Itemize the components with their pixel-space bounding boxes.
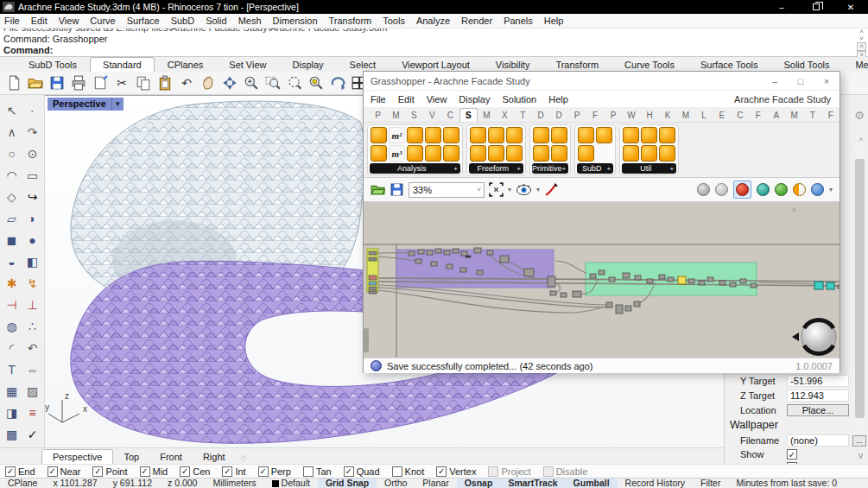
gh-tab-25[interactable]: F xyxy=(821,109,839,122)
gh-tab-14[interactable]: W xyxy=(623,109,641,122)
osnap-vertex-checkbox[interactable]: ✓ xyxy=(436,466,447,477)
osnap-cen[interactable]: ✓Cen xyxy=(180,466,210,477)
viewport-title-label[interactable]: Perspective xyxy=(48,98,111,111)
menu-subd[interactable]: SubD xyxy=(171,16,195,26)
command-prompt[interactable]: Command: xyxy=(0,45,868,56)
analysis-component-icon[interactable] xyxy=(443,127,459,143)
util-component-icon[interactable] xyxy=(623,145,639,162)
osnap-point[interactable]: ✓Point xyxy=(92,466,127,477)
ortho-toggle[interactable]: Ortho xyxy=(377,478,415,488)
tab-solid-tools[interactable]: Solid Tools xyxy=(770,57,842,72)
gh-gem-wireframe-icon[interactable] xyxy=(697,183,710,196)
cplane-cell[interactable]: CPlane xyxy=(0,478,45,488)
restore-button[interactable] xyxy=(799,0,833,14)
gh-tab-transform[interactable]: T xyxy=(514,109,532,122)
osnap-near[interactable]: ✓Near xyxy=(48,466,81,477)
gh-tab-vector[interactable]: V xyxy=(423,109,441,122)
tool-trim-icon[interactable]: ⊣ xyxy=(2,295,22,315)
tool-grid-array-icon[interactable]: ▩ xyxy=(2,424,22,445)
gh-gem-teal-icon[interactable] xyxy=(757,183,770,196)
menu-analyze[interactable]: Analyze xyxy=(416,16,450,26)
gh-nav-ball[interactable] xyxy=(792,320,836,354)
gh-menu-solution[interactable]: Solution xyxy=(502,94,536,105)
tab-viewport-layout[interactable]: Viewport Layout xyxy=(389,57,483,72)
command-area[interactable]: File successfully saved as E:\temp files… xyxy=(0,29,868,57)
menu-panels[interactable]: Panels xyxy=(504,16,533,26)
panel-scroll-up-icon[interactable]: ^ xyxy=(859,136,863,145)
osnap-int[interactable]: ✓Int xyxy=(222,466,245,477)
command-scrollbar[interactable]: ˄ ˅ ˄ ˅ xyxy=(856,29,867,57)
minimize-button[interactable]: – xyxy=(764,0,799,14)
osnap-int-checkbox[interactable]: ✓ xyxy=(222,466,232,477)
layer-cell[interactable]: Default xyxy=(264,478,318,488)
gh-menu-view[interactable]: View xyxy=(427,94,447,105)
gh-open-button[interactable] xyxy=(371,182,385,197)
gh-tab-intersect[interactable]: X xyxy=(496,109,514,122)
tool-point-cloud-icon[interactable]: ∴ xyxy=(22,316,43,337)
tool-text-icon[interactable]: T xyxy=(2,359,22,380)
util-component-icon[interactable] xyxy=(623,127,639,143)
tool-plugin-icon[interactable]: ✱ xyxy=(2,273,22,294)
osnap-near-checkbox[interactable]: ✓ xyxy=(48,466,58,477)
analysis-component-icon[interactable] xyxy=(425,127,441,143)
tool-polyline-icon[interactable]: ∧ xyxy=(2,122,22,143)
pan-button[interactable] xyxy=(199,73,218,92)
open-file-button[interactable] xyxy=(26,73,45,92)
osnap-knot[interactable]: Knot xyxy=(392,466,425,477)
tool-freeform-curve-icon[interactable]: ↪ xyxy=(22,187,43,207)
tool-circle-icon[interactable]: ○ xyxy=(2,143,22,164)
tool-rectangle-icon[interactable]: ▭ xyxy=(22,165,43,186)
grasshopper-minimize-button[interactable]: – xyxy=(762,76,788,86)
osnap-tan[interactable]: Tan xyxy=(303,466,332,477)
gh-tab-display[interactable]: D xyxy=(532,109,550,122)
gh-tab-curve[interactable]: C xyxy=(441,109,459,122)
gh-tab-15[interactable]: H xyxy=(641,109,659,122)
osnap-vertex[interactable]: ✓Vertex xyxy=(436,466,476,477)
osnap-toggle[interactable]: Osnap xyxy=(457,478,501,488)
menu-transform[interactable]: Transform xyxy=(329,16,372,26)
menu-dimension[interactable]: Dimension xyxy=(273,16,318,26)
gh-canvas-graph[interactable] xyxy=(364,202,839,358)
z-target-value[interactable]: 112.943 xyxy=(787,390,849,402)
menu-mesh[interactable]: Mesh xyxy=(238,16,262,26)
osnap-point-checkbox[interactable]: ✓ xyxy=(92,466,103,477)
gh-tab-21[interactable]: F xyxy=(749,109,767,122)
analysis-component-icon[interactable] xyxy=(425,145,441,162)
tab-cplanes[interactable]: CPlanes xyxy=(155,57,217,72)
freeform-component-icon[interactable] xyxy=(488,127,504,143)
gh-gem-shaded-icon[interactable] xyxy=(715,183,728,196)
y-target-value[interactable]: -51.996 xyxy=(787,375,849,387)
gh-menu-help[interactable]: Help xyxy=(548,94,568,105)
gh-tab-mesh[interactable]: M xyxy=(478,109,496,122)
tool-explode-icon[interactable]: ↯ xyxy=(22,273,43,294)
zoom-in-button[interactable] xyxy=(242,73,261,92)
gh-zoom-select[interactable]: 33% ˅ xyxy=(409,182,485,198)
viewport-title-dropdown-icon[interactable]: ▾ xyxy=(111,98,124,111)
freeform-group-label[interactable]: Freeform+ xyxy=(469,163,523,174)
osnap-disable-checkbox[interactable] xyxy=(543,466,554,477)
rotate-camera-button[interactable] xyxy=(328,73,347,92)
tab-visibility[interactable]: Visibility xyxy=(483,57,543,72)
gh-gem-red-icon[interactable] xyxy=(736,183,749,196)
viewport-tab-front[interactable]: Front xyxy=(149,450,193,464)
units-cell[interactable]: Millimeters xyxy=(205,478,263,488)
primitive-component-icon[interactable] xyxy=(551,127,567,143)
osnap-end-checkbox[interactable]: ✓ xyxy=(5,466,16,477)
tool-scale-icon[interactable]: ⇔ xyxy=(22,359,43,380)
canvas-widget-chevron-icon[interactable]: ˅ xyxy=(792,206,796,214)
tool-box-icon[interactable]: ◼ xyxy=(2,230,22,250)
copy-button[interactable] xyxy=(134,73,153,92)
gh-menu-edit[interactable]: Edit xyxy=(398,94,415,105)
osnap-mid[interactable]: ✓Mid xyxy=(140,466,168,477)
expand-icon[interactable]: + xyxy=(607,165,614,173)
osnap-end[interactable]: ✓End xyxy=(5,466,35,477)
freeform-component-icon[interactable] xyxy=(506,145,523,162)
tool-arc-icon[interactable]: ◠ xyxy=(2,165,22,186)
grasshopper-close-button[interactable]: × xyxy=(814,76,839,86)
tab-set-view[interactable]: Set View xyxy=(216,57,279,72)
gh-tab-12[interactable]: F xyxy=(586,109,605,122)
menu-render[interactable]: Render xyxy=(461,16,492,26)
util-component-icon[interactable] xyxy=(641,145,657,162)
freeform-component-icon[interactable] xyxy=(506,127,523,143)
gh-preview-eye-button[interactable] xyxy=(516,183,532,196)
